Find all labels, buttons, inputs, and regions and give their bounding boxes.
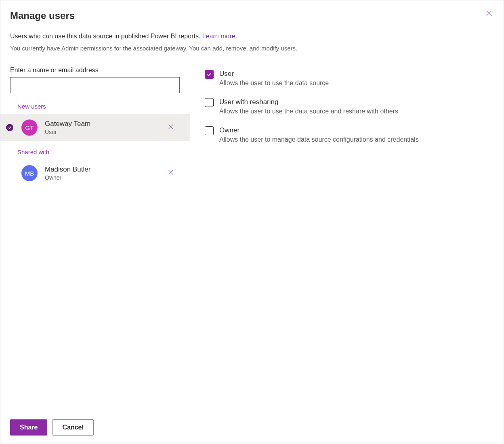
- permission-title: User: [219, 70, 329, 78]
- checkbox-icon[interactable]: [205, 126, 214, 135]
- add-user-section: Enter a name or email address: [0, 60, 190, 96]
- permissions-note: You currently have Admin permissions for…: [10, 45, 494, 52]
- permission-option-resharing[interactable]: User with resharing Allows the user to u…: [205, 98, 489, 115]
- dialog-body: Enter a name or email address New users …: [0, 60, 504, 411]
- learn-more-link[interactable]: Learn more.: [202, 33, 237, 40]
- dialog-subtitle: Users who can use this data source in pu…: [10, 33, 494, 40]
- user-role: Owner: [45, 174, 166, 181]
- dialog-title: Manage users: [10, 10, 494, 21]
- permission-desc: Allows the user to use the data source: [219, 80, 329, 87]
- user-row[interactable]: GT Gateway Team User: [0, 114, 190, 141]
- remove-user-icon[interactable]: [166, 167, 176, 179]
- cancel-button[interactable]: Cancel: [52, 419, 93, 436]
- user-name: Gateway Team: [45, 120, 166, 128]
- permission-text: User Allows the user to use the data sou…: [219, 70, 329, 87]
- new-users-section-label: New users: [0, 96, 190, 114]
- dialog-footer: Share Cancel: [0, 411, 504, 444]
- permission-option-user[interactable]: User Allows the user to use the data sou…: [205, 70, 489, 87]
- permissions-pane: User Allows the user to use the data sou…: [190, 60, 504, 411]
- checkbox-checked-icon[interactable]: [205, 70, 214, 79]
- shared-with-section-label: Shared with: [0, 141, 190, 159]
- share-button[interactable]: Share: [10, 419, 47, 436]
- user-row[interactable]: MB Madison Butler Owner: [0, 159, 190, 187]
- permission-title: Owner: [219, 126, 419, 134]
- manage-users-dialog: Manage users Users who can use this data…: [0, 0, 504, 444]
- avatar: GT: [21, 119, 38, 136]
- permission-title: User with resharing: [219, 98, 398, 106]
- users-pane: Enter a name or email address New users …: [0, 60, 190, 411]
- selected-check-icon: [6, 124, 13, 131]
- name-input-label: Enter a name or email address: [10, 67, 180, 74]
- permission-desc: Allows the user to use the data source a…: [219, 108, 398, 115]
- avatar: MB: [21, 165, 38, 181]
- permission-option-owner[interactable]: Owner Allows the user to manage data sou…: [205, 126, 489, 143]
- subtitle-text: Users who can use this data source in pu…: [10, 33, 202, 40]
- user-name: Madison Butler: [45, 165, 166, 174]
- dialog-header: Manage users Users who can use this data…: [0, 0, 504, 60]
- user-info: Gateway Team User: [45, 120, 166, 135]
- remove-user-icon[interactable]: [166, 121, 176, 134]
- permission-text: Owner Allows the user to manage data sou…: [219, 126, 419, 143]
- permission-desc: Allows the user to manage data source co…: [219, 136, 419, 143]
- user-role: User: [45, 129, 166, 135]
- name-input[interactable]: [10, 77, 180, 93]
- user-info: Madison Butler Owner: [45, 165, 166, 181]
- close-icon[interactable]: [485, 9, 493, 19]
- checkbox-icon[interactable]: [205, 98, 214, 107]
- permission-text: User with resharing Allows the user to u…: [219, 98, 398, 115]
